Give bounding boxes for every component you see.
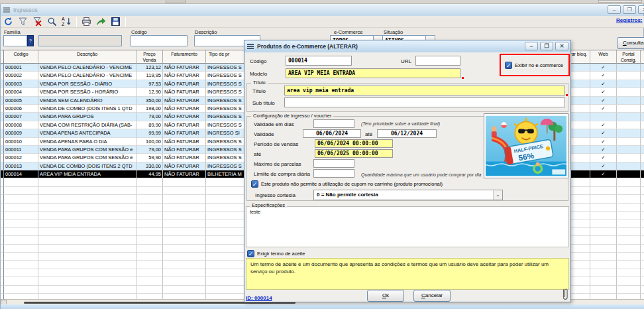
cell-extra — [641, 187, 644, 195]
chevron-down-icon[interactable]: ⌄ — [493, 190, 502, 200]
ingresso-cortesia-select[interactable]: 0 = Não permite cortesia ⌄ — [313, 190, 503, 200]
cell-web: ✓ — [590, 64, 617, 72]
cell-web: ✓ — [590, 146, 617, 154]
familia-input[interactable] — [3, 35, 27, 46]
cell-preco: 97,53 — [136, 80, 163, 88]
cell-codigo — [4, 195, 38, 203]
save-icon[interactable] — [111, 17, 121, 27]
dialog-close-button[interactable]: ✕ — [555, 42, 568, 50]
termo-text-area[interactable]: Um termo de aceite é um documento que ap… — [246, 258, 569, 290]
cupom-checkbox[interactable] — [251, 180, 258, 188]
situacao-filter-label: Situação — [384, 29, 403, 35]
limite-compra-field[interactable] — [313, 169, 354, 178]
cell-extra — [641, 105, 644, 113]
toolbar-separator — [125, 17, 126, 27]
ok-button[interactable]: Ok — [367, 290, 404, 302]
cell-web — [590, 204, 617, 212]
cell-codigo: 000009 — [4, 129, 38, 137]
export-icon[interactable] — [96, 17, 106, 27]
window-titlebar[interactable]: Ingressos – ❐ ✕ — [1, 4, 643, 16]
cell-web — [590, 261, 617, 269]
dialog-codigo-field[interactable] — [286, 56, 352, 66]
cell-web — [590, 236, 617, 244]
url-field[interactable] — [415, 56, 460, 66]
modelo-field[interactable] — [286, 68, 460, 78]
termo-checkbox[interactable] — [247, 250, 254, 257]
restore-button[interactable]: ❐ — [623, 5, 636, 14]
cell-extra — [641, 204, 644, 212]
dialog-titlebar[interactable]: Produtos do e-Commerce (ALTERAR) – ❐ ✕ — [244, 40, 570, 52]
cell-web — [590, 178, 617, 186]
cell-preco: 12,90 — [136, 88, 163, 96]
cell-faturamento — [163, 245, 206, 253]
periodo-fim-field[interactable] — [315, 149, 393, 158]
minimize-button[interactable]: – — [608, 5, 621, 14]
validade-dias-field[interactable] — [313, 119, 354, 128]
cell-codigo — [4, 269, 38, 277]
exibir-checkbox[interactable] — [505, 62, 512, 69]
id-link[interactable]: ID: 000014 — [246, 295, 272, 301]
consultar-button[interactable]: Consultar — [617, 37, 644, 49]
cell-preco — [136, 286, 163, 294]
cell-extra — [641, 195, 644, 203]
familia-label: Família — [4, 29, 21, 35]
cell-faturamento — [163, 236, 206, 244]
header-web[interactable]: Web — [590, 50, 617, 64]
cell-preco: 79,00 — [136, 113, 163, 121]
validade-inicio-field[interactable] — [303, 129, 361, 138]
cell-descricao: VENDA PARA GRUPOS COM SESSÃO e — [38, 154, 136, 162]
cell-extra — [641, 212, 644, 219]
validade-fim-field[interactable] — [377, 129, 437, 138]
header-faturamento[interactable]: Faturamento — [163, 50, 206, 64]
search-icon[interactable] — [47, 17, 57, 27]
titulo-group-legend: Título — [251, 80, 268, 86]
cell-preco — [136, 228, 163, 236]
refresh-icon[interactable] — [3, 17, 13, 27]
cell-web: ✓ — [590, 154, 617, 162]
cell-descricao — [38, 195, 136, 203]
close-button[interactable]: ✕ — [638, 5, 644, 14]
header-portal-consig[interactable]: Portal Consig. — [617, 50, 641, 64]
ecommerce-filter-label: e-Commerce — [334, 29, 362, 35]
familia-lookup-button[interactable]: ? — [27, 35, 34, 46]
filter-icon[interactable] — [18, 17, 28, 27]
ate2-label: até — [254, 151, 261, 157]
dialog-menu-icon[interactable] — [247, 44, 254, 49]
cell-faturamento — [163, 261, 206, 269]
cell-preco: 100,00 — [136, 138, 163, 146]
cell-extra — [641, 294, 644, 299]
cell-web: ✓ — [590, 80, 617, 88]
paperclip-icon[interactable] — [561, 287, 569, 302]
cell-extra — [641, 162, 644, 170]
cell-web: ✓ — [590, 170, 617, 178]
cell-faturamento — [163, 212, 206, 219]
cell-portal-consig — [617, 178, 641, 186]
dialog-minimize-button[interactable]: – — [525, 42, 538, 50]
periodo-inicio-field[interactable] — [315, 139, 393, 148]
cell-codigo: 000004 — [4, 88, 38, 96]
titulo-field[interactable] — [284, 86, 565, 95]
sort-az-icon[interactable]: AZ — [62, 17, 72, 27]
cancel-button[interactable]: Cancelar — [413, 290, 451, 302]
header-descricao[interactable]: Descrição — [38, 50, 136, 64]
window-menu-icon[interactable] — [3, 7, 10, 13]
cell-preco: 44,95 — [136, 170, 163, 178]
registros-link[interactable]: Registros: — [616, 17, 643, 23]
especificacoes-textarea[interactable]: teste — [246, 206, 569, 247]
cell-faturamento: NÃO FATURAR — [163, 88, 206, 96]
cell-descricao: AREA VIP MEIA ENTRADA — [38, 170, 136, 178]
header-preco-venda[interactable]: Preço Venda — [136, 50, 163, 64]
cell-faturamento: NÃO FATURAR — [163, 105, 206, 113]
max-parcelas-field[interactable] — [313, 159, 354, 168]
subtitulo-field[interactable] — [284, 97, 565, 107]
print-icon[interactable] — [81, 17, 91, 27]
dialog-restore-button[interactable]: ❐ — [540, 42, 553, 50]
codigo-filter-input[interactable] — [131, 35, 188, 46]
cell-codigo: 000011 — [4, 146, 38, 154]
cell-descricao — [38, 294, 136, 299]
cell-preco — [136, 269, 163, 277]
header-codigo[interactable]: Código — [4, 50, 38, 64]
clear-filter-icon[interactable] — [32, 17, 42, 27]
ingresso-cortesia-label: Ingresso cortesia — [255, 192, 295, 198]
cell-portal-consig — [617, 253, 641, 261]
